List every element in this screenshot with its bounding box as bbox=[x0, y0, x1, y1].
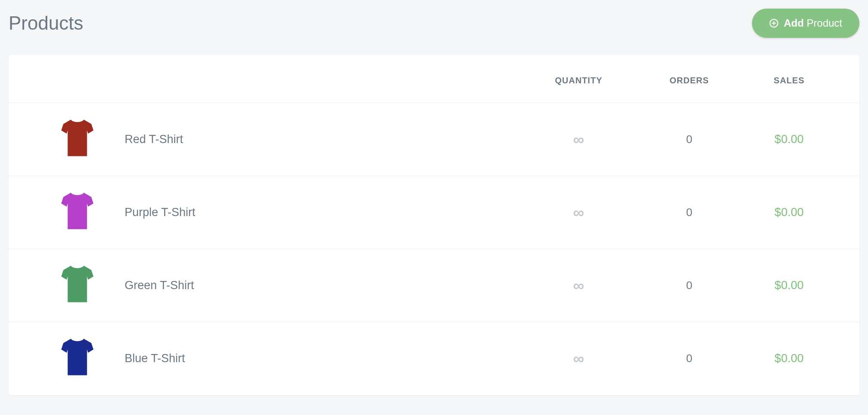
sales-value: $0.00 bbox=[775, 352, 804, 365]
product-name: Red T-Shirt bbox=[125, 133, 183, 146]
table-row[interactable]: Blue T-Shirt ∞ 0 $0.00 bbox=[9, 322, 859, 395]
sales-value: $0.00 bbox=[775, 133, 804, 146]
col-header-sales: SALES bbox=[740, 55, 859, 103]
quantity-value: ∞ bbox=[573, 350, 584, 367]
col-header-product bbox=[9, 55, 519, 103]
tshirt-icon bbox=[60, 119, 95, 160]
sales-value: $0.00 bbox=[775, 279, 804, 292]
products-table: QUANTITY ORDERS SALES Red T-Shirt ∞ 0 $0… bbox=[9, 55, 859, 395]
tshirt-icon bbox=[60, 265, 95, 306]
product-name: Blue T-Shirt bbox=[125, 352, 185, 365]
col-header-orders: ORDERS bbox=[638, 55, 740, 103]
table-row[interactable]: Red T-Shirt ∞ 0 $0.00 bbox=[9, 103, 859, 176]
table-row[interactable]: Purple T-Shirt ∞ 0 $0.00 bbox=[9, 176, 859, 249]
orders-value: 0 bbox=[686, 133, 692, 146]
quantity-value: ∞ bbox=[573, 131, 584, 148]
product-name: Green T-Shirt bbox=[125, 279, 194, 292]
orders-value: 0 bbox=[686, 206, 692, 219]
orders-value: 0 bbox=[686, 352, 692, 365]
quantity-value: ∞ bbox=[573, 277, 584, 294]
col-header-quantity: QUANTITY bbox=[519, 55, 638, 103]
orders-value: 0 bbox=[686, 279, 692, 292]
page-title: Products bbox=[9, 12, 83, 34]
product-name: Purple T-Shirt bbox=[125, 206, 196, 219]
table-row[interactable]: Green T-Shirt ∞ 0 $0.00 bbox=[9, 249, 859, 322]
plus-circle-icon bbox=[769, 18, 779, 28]
sales-value: $0.00 bbox=[775, 206, 804, 219]
tshirt-icon bbox=[60, 192, 95, 233]
add-product-button[interactable]: Add Product bbox=[752, 9, 859, 38]
quantity-value: ∞ bbox=[573, 204, 584, 221]
products-table-card: QUANTITY ORDERS SALES Red T-Shirt ∞ 0 $0… bbox=[9, 55, 859, 395]
add-button-label: Add Product bbox=[784, 17, 842, 29]
tshirt-icon bbox=[60, 338, 95, 379]
